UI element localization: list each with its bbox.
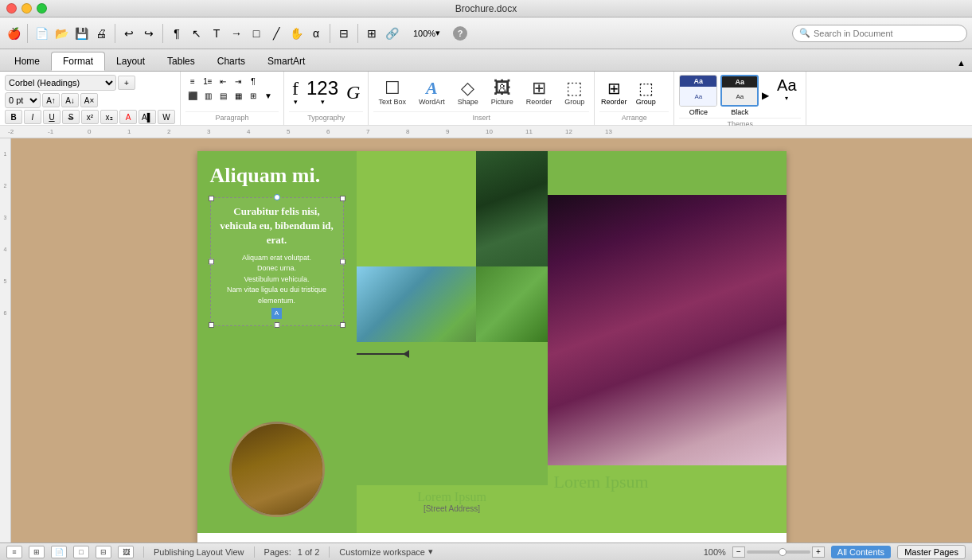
handle-br[interactable] xyxy=(340,322,345,328)
tab-smartart[interactable]: SmartArt xyxy=(256,52,316,71)
font-clear-button[interactable]: A× xyxy=(80,93,98,107)
link-icon[interactable]: 🔗 xyxy=(383,25,400,42)
new-icon[interactable]: 📄 xyxy=(33,25,50,42)
reorder-button[interactable]: ⊞ Reorder xyxy=(521,78,557,107)
close-button[interactable] xyxy=(6,3,17,14)
theme-black[interactable]: Aa Aa Black xyxy=(720,75,759,116)
tab-charts[interactable]: Charts xyxy=(206,52,256,71)
ribbon-expand-icon[interactable]: ▲ xyxy=(957,58,966,68)
minimize-button[interactable] xyxy=(21,3,32,14)
handle-tl[interactable] xyxy=(209,196,214,201)
zoom-out-button[interactable]: − xyxy=(732,546,745,558)
font-misc-button[interactable]: W xyxy=(158,110,175,124)
font-size-select[interactable]: 0 pt xyxy=(5,92,41,108)
font-size-down-button[interactable]: A↓ xyxy=(61,93,79,107)
view-grid-button[interactable]: ⊞ xyxy=(29,546,45,558)
view-list-button[interactable]: ≡ xyxy=(6,546,22,558)
list-ordered-button[interactable]: 1≡ xyxy=(201,75,215,88)
align-right-button[interactable]: ▤ xyxy=(216,89,230,102)
indent-increase-button[interactable]: ⇥ xyxy=(231,75,245,88)
zoom-icon[interactable]: 100% ▾ xyxy=(403,25,451,42)
align-center-button[interactable]: ▥ xyxy=(201,89,215,102)
underline-button[interactable]: U xyxy=(43,110,61,124)
group-arrange-button[interactable]: ⬚ Group xyxy=(631,78,660,107)
view-sidebar-button[interactable]: ⊟ xyxy=(96,546,111,558)
handle-bm[interactable] xyxy=(274,322,279,328)
subscript-button[interactable]: x₂ xyxy=(100,110,118,124)
strikethrough-button[interactable]: S xyxy=(62,110,80,124)
superscript-button[interactable]: x² xyxy=(81,110,99,124)
customize-workspace-button[interactable]: Customize workspace ▾ xyxy=(339,546,433,557)
zoom-in-button[interactable]: + xyxy=(812,546,825,558)
arrow-icon[interactable]: → xyxy=(228,25,245,42)
pan-icon[interactable]: ✋ xyxy=(287,25,305,42)
circle-image xyxy=(229,422,325,517)
column-button[interactable]: ⊞ xyxy=(246,89,260,102)
font-size-large-button[interactable]: Aa ▾ xyxy=(772,75,801,103)
shape-tool-icon[interactable]: □ xyxy=(248,25,265,42)
zoom-thumb[interactable] xyxy=(779,548,787,556)
align-left-button[interactable]: ⬛ xyxy=(185,89,200,102)
view-media-button[interactable]: 🖼 xyxy=(118,546,134,558)
picture-insert-button[interactable]: 🖼 Picture xyxy=(486,78,518,107)
tab-home[interactable]: Home xyxy=(3,52,51,71)
sidebar-icon[interactable]: ⊟ xyxy=(335,25,353,42)
select-icon[interactable]: ↖ xyxy=(188,25,205,42)
canvas-area[interactable]: Aliquam mi. Curabitur felis nisi, vehicu… xyxy=(11,138,972,560)
wordart-insert-button[interactable]: A WordArt xyxy=(414,78,450,107)
view-icon-button[interactable]: 📄 xyxy=(51,546,67,558)
font-adjust-up-button[interactable]: + xyxy=(118,76,135,90)
handle-tr[interactable] xyxy=(340,196,345,201)
main-toolbar: 🍎 📄 📂 💾 🖨 ↩ ↪ ¶ ↖ T → □ ╱ ✋ α ⊟ ⊞ 🔗 100%… xyxy=(0,18,972,49)
maximize-button[interactable] xyxy=(37,3,47,14)
text-color-button[interactable]: A xyxy=(119,110,137,124)
show-para-button[interactable]: ¶ xyxy=(246,75,260,88)
tab-layout[interactable]: Layout xyxy=(105,52,156,71)
handle-bl[interactable] xyxy=(209,322,214,328)
line-tool-icon[interactable]: ╱ xyxy=(267,25,285,42)
tab-tables[interactable]: Tables xyxy=(156,52,206,71)
search-input[interactable] xyxy=(814,29,960,38)
reorder-arrange-button[interactable]: ⊞ Reorder xyxy=(599,78,628,107)
help-icon[interactable]: ? xyxy=(453,26,467,41)
selected-textbox[interactable]: Curabitur felis nisi, vehicula eu, biben… xyxy=(210,197,344,326)
save-icon[interactable]: 💾 xyxy=(72,25,90,42)
apple-menu-icon[interactable]: 🍎 xyxy=(5,25,22,42)
handle-ml[interactable] xyxy=(209,259,214,265)
font-family-select[interactable]: Corbel (Headings) xyxy=(5,75,116,91)
master-pages-button[interactable]: Master Pages xyxy=(897,545,966,559)
all-contents-button[interactable]: All Contents xyxy=(831,546,891,558)
para-misc-button[interactable]: ▼ xyxy=(261,89,275,102)
ligature-btn[interactable]: G xyxy=(343,81,363,103)
group-button[interactable]: ⬚ Group xyxy=(560,78,589,107)
italic-button[interactable]: I xyxy=(24,110,41,124)
shape-insert-button[interactable]: ◇ Shape xyxy=(453,78,483,107)
alpha-icon[interactable]: α xyxy=(307,25,325,42)
text-tool-icon[interactable]: T xyxy=(208,25,225,42)
bold-button[interactable]: B xyxy=(5,110,22,124)
themes-scroll-right[interactable]: ▶ xyxy=(762,90,769,101)
brochure-title: Aliquam mi. xyxy=(210,164,344,188)
redo-icon[interactable]: ↪ xyxy=(140,25,158,42)
zoom-dropdown-icon[interactable]: ▾ xyxy=(435,28,440,38)
indent-decrease-button[interactable]: ⇤ xyxy=(216,75,230,88)
theme-office[interactable]: Aa Aa Office xyxy=(679,75,717,116)
format-pane-icon[interactable]: ⊞ xyxy=(363,25,381,42)
view-outline-button[interactable]: □ xyxy=(73,546,89,558)
print-icon[interactable]: 🖨 xyxy=(92,25,110,42)
rotate-handle[interactable] xyxy=(274,194,280,200)
font-group: Corbel (Headings) + 0 pt A↑ A↓ A× B I U xyxy=(0,72,181,125)
textbox-insert-button[interactable]: ☐ Text Box xyxy=(373,78,411,107)
list-unordered-button[interactable]: ≡ xyxy=(185,75,200,88)
open-icon[interactable]: 📂 xyxy=(53,25,70,42)
tab-format[interactable]: Format xyxy=(51,52,105,71)
zoom-slider[interactable] xyxy=(747,550,810,554)
handle-mr[interactable] xyxy=(340,259,345,265)
paragraph-icon[interactable]: ¶ xyxy=(168,25,185,42)
numbering-btn[interactable]: 123 ▾ xyxy=(303,77,342,107)
font-size-up-button[interactable]: A↑ xyxy=(42,93,60,107)
text-style-btn[interactable]: f ▾ xyxy=(289,77,302,107)
undo-icon[interactable]: ↩ xyxy=(120,25,138,42)
align-justify-button[interactable]: ▦ xyxy=(231,89,245,102)
highlight-button[interactable]: A▌ xyxy=(139,110,156,124)
